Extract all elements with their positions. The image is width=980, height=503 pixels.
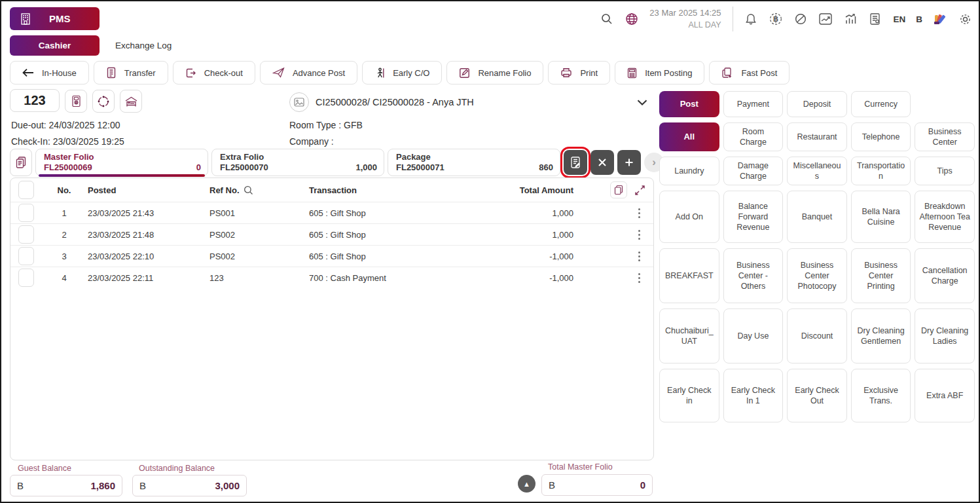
room-info-button[interactable] <box>120 90 142 113</box>
row-menu-kebab-icon[interactable] <box>625 230 653 240</box>
folio-number: FL25000070 <box>220 162 377 173</box>
item-posting-button[interactable]: Item Posting <box>615 61 704 84</box>
report-icon[interactable] <box>868 12 882 26</box>
post-item-button[interactable]: Miscellaneous <box>787 157 847 185</box>
table-row[interactable]: 4 23/03/2025 22:11 123 700 : Cash Paymen… <box>10 267 653 288</box>
theme-palette-icon[interactable] <box>933 12 947 26</box>
tax-invoice-button[interactable] <box>564 150 587 175</box>
rename-folio-button[interactable]: Rename Folio <box>446 61 543 84</box>
registration-card-button[interactable] <box>65 90 87 113</box>
mode-currency-button[interactable]: Currency <box>851 91 911 117</box>
print-button[interactable]: Print <box>548 61 610 84</box>
transfer-button[interactable]: Transfer <box>94 61 168 84</box>
post-item-button[interactable]: Extra ABF <box>915 369 975 422</box>
close-icon <box>598 158 607 167</box>
room-number-box[interactable]: 123 <box>10 89 60 112</box>
add-folio-button[interactable] <box>617 150 641 175</box>
settings-gear-icon[interactable] <box>958 12 972 26</box>
folio-tab-package[interactable]: Package FL25000071 860 <box>388 149 560 176</box>
row-checkbox[interactable] <box>18 269 34 287</box>
guest-expand-chevron-down-icon[interactable] <box>634 94 651 111</box>
folio-tab-master[interactable]: Master Folio FL25000069 0 <box>35 149 208 176</box>
post-item-button[interactable]: Early Check in <box>659 369 719 422</box>
expand-table-button[interactable] <box>631 181 648 198</box>
post-item-button[interactable]: Day Use <box>723 308 784 363</box>
early-co-button[interactable]: Early C/O <box>362 61 442 84</box>
collapse-up-arrow-button[interactable]: ▲ <box>518 475 535 493</box>
mode-post-button[interactable]: Post <box>659 91 719 117</box>
row-checkbox[interactable] <box>18 225 34 244</box>
guest-avatar[interactable] <box>289 92 309 112</box>
post-item-button[interactable]: Business Center Printing <box>851 248 911 303</box>
post-item-button[interactable]: Discount <box>787 308 847 363</box>
mode-deposit-button[interactable]: Deposit <box>787 91 847 117</box>
post-item-button[interactable]: Bella Nara Cuisine <box>851 191 911 243</box>
post-item-button[interactable]: Chuchaiburi_UAT <box>659 308 719 363</box>
post-item-button[interactable]: Breakdown Afternoon Tea Revenue <box>915 191 975 243</box>
category-telephone-button[interactable]: Telephone <box>851 122 911 151</box>
table-row[interactable]: 1 23/03/2025 21:43 PS001 605 : Gift Shop… <box>10 202 653 223</box>
close-folio-button[interactable] <box>590 150 614 175</box>
language-button[interactable]: EN <box>893 14 905 24</box>
folio-title: Package <box>396 152 553 162</box>
row-checkbox[interactable] <box>18 247 34 265</box>
folio-list-button[interactable] <box>10 149 32 176</box>
post-item-button[interactable]: Business Center - Others <box>723 248 784 303</box>
post-item-button[interactable]: Balance Forward Revenue <box>723 191 784 243</box>
currency-exchange-icon[interactable]: B <box>769 12 783 26</box>
fast-post-button[interactable]: Fast Post <box>709 61 789 84</box>
advance-post-button[interactable]: Advance Post <box>260 61 357 84</box>
bar-chart-icon[interactable] <box>843 12 858 26</box>
category-all-button[interactable]: All <box>659 122 719 151</box>
post-item-button[interactable]: BREAKFAST <box>659 248 719 303</box>
row-menu-kebab-icon[interactable] <box>625 208 653 218</box>
globe-icon[interactable] <box>625 12 639 26</box>
post-item-button[interactable]: Dry Cleaning Ladies <box>915 308 975 363</box>
guest-name-text: CI25000028/ CI25000028 - Anya JTH <box>316 97 474 107</box>
post-item-button[interactable]: Exclusive Trans. <box>851 369 911 422</box>
in-house-label: In-House <box>42 68 77 78</box>
transfer-doc-icon <box>106 67 117 79</box>
currency-code-button[interactable]: B <box>916 14 922 24</box>
select-all-checkbox[interactable] <box>18 181 34 199</box>
row-menu-kebab-icon[interactable] <box>625 252 653 261</box>
notification-bell-icon[interactable] <box>744 12 758 26</box>
post-item-button[interactable]: Early Check In 1 <box>723 369 784 422</box>
line-chart-icon[interactable] <box>818 12 833 26</box>
folio-title: Master Folio <box>44 152 201 162</box>
category-business-center-button[interactable]: Business Center <box>915 122 975 151</box>
tab-cashier[interactable]: Cashier <box>10 35 100 56</box>
copy-rows-button[interactable] <box>610 181 627 198</box>
post-item-button[interactable]: Early Check Out <box>787 369 847 422</box>
tab-exchange-log[interactable]: Exchange Log <box>106 35 181 56</box>
post-item-button[interactable]: Cancellation Charge <box>915 248 975 303</box>
post-item-button[interactable]: Transportation <box>851 157 911 185</box>
post-item-button[interactable]: Laundry <box>659 157 719 185</box>
calculator-icon <box>627 67 637 79</box>
pms-logo[interactable]: PMS <box>10 7 100 30</box>
tab-exchange-log-label: Exchange Log <box>115 41 172 50</box>
post-item-button[interactable]: Banquet <box>787 191 847 243</box>
row-checkbox[interactable] <box>18 204 34 222</box>
ref-search-icon[interactable] <box>244 185 253 195</box>
in-house-back-button[interactable]: In-House <box>10 61 89 84</box>
check-out-button[interactable]: Check-out <box>173 61 255 84</box>
table-row[interactable]: 3 23/03/2025 22:10 PS002 605 : Gift Shop… <box>10 245 653 267</box>
mode-payment-button[interactable]: Payment <box>723 91 784 117</box>
folio-tab-extra[interactable]: Extra Folio FL25000070 1,000 <box>211 149 384 176</box>
post-item-button[interactable]: Add On <box>659 191 719 243</box>
category-restaurant-button[interactable]: Restaurant <box>787 122 847 151</box>
void-icon[interactable] <box>793 12 808 26</box>
row-menu-kebab-icon[interactable] <box>625 273 653 283</box>
company-text: Company : <box>289 136 334 147</box>
category-room-charge-button[interactable]: Room Charge <box>723 122 784 151</box>
post-item-button[interactable]: Dry Cleaning Gentlemen <box>851 308 911 363</box>
search-icon[interactable] <box>600 12 614 26</box>
post-item-button[interactable]: Business Center Photocopy <box>787 248 847 303</box>
table-row[interactable]: 2 23/03/2025 21:48 PS002 605 : Gift Shop… <box>10 223 653 245</box>
cell-ref: PS002 <box>209 252 309 261</box>
post-item-button[interactable]: Damage Charge <box>723 157 784 185</box>
cell-posted: 23/03/2025 21:43 <box>88 208 209 218</box>
sync-status-button[interactable] <box>92 90 115 113</box>
post-item-button[interactable]: Tips <box>915 157 975 185</box>
